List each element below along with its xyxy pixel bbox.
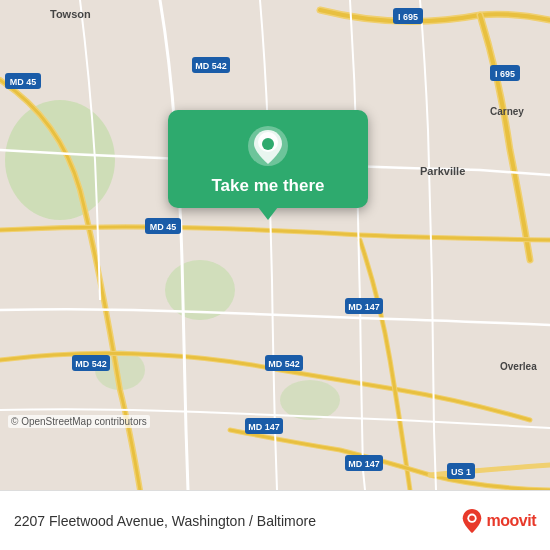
svg-point-36 — [469, 515, 475, 521]
svg-text:MD 147: MD 147 — [348, 459, 380, 469]
svg-text:MD 147: MD 147 — [348, 302, 380, 312]
bottom-bar: 2207 Fleetwood Avenue, Washington / Balt… — [0, 490, 550, 550]
moovit-pin-icon — [461, 508, 483, 534]
svg-text:Overlea: Overlea — [500, 361, 537, 372]
svg-text:I 695: I 695 — [495, 69, 515, 79]
svg-point-4 — [280, 380, 340, 420]
svg-text:MD 45: MD 45 — [150, 222, 177, 232]
svg-text:Carney: Carney — [490, 106, 524, 117]
moovit-wordmark: moovit — [487, 512, 536, 530]
svg-text:MD 542: MD 542 — [75, 359, 107, 369]
svg-point-1 — [5, 100, 115, 220]
svg-text:MD 45: MD 45 — [10, 77, 37, 87]
svg-text:MD 147: MD 147 — [248, 422, 280, 432]
svg-point-34 — [262, 138, 274, 150]
osm-credit: © OpenStreetMap contributors — [8, 415, 150, 428]
svg-text:US 1: US 1 — [451, 467, 471, 477]
svg-text:Towson: Towson — [50, 8, 91, 20]
map-container: I 695 I 695 MD 45 MD 45 MD 542 MD 542 MD… — [0, 0, 550, 490]
location-pin-icon — [246, 124, 290, 168]
callout-label: Take me there — [211, 176, 324, 196]
svg-text:MD 542: MD 542 — [268, 359, 300, 369]
address-text: 2207 Fleetwood Avenue, Washington / Balt… — [14, 513, 461, 529]
svg-text:MD 542: MD 542 — [195, 61, 227, 71]
svg-text:Parkville: Parkville — [420, 165, 465, 177]
svg-text:I 695: I 695 — [398, 12, 418, 22]
take-me-there-callout[interactable]: Take me there — [168, 110, 368, 208]
moovit-logo: moovit — [461, 508, 536, 534]
